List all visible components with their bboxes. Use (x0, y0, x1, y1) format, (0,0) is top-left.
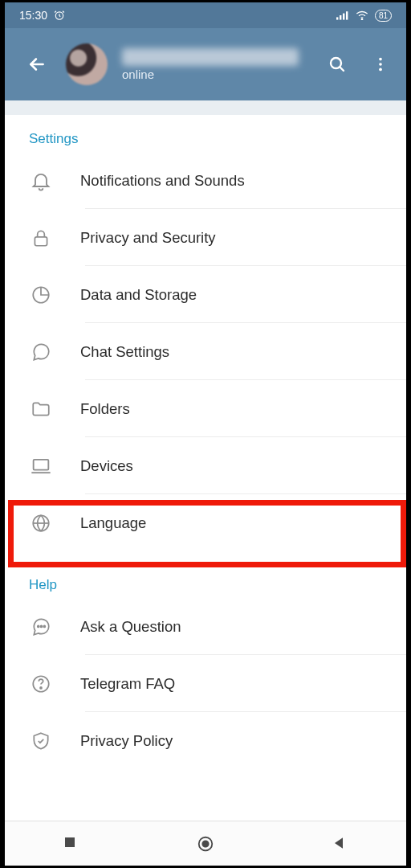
clock-text: 15:30 (19, 9, 47, 22)
settings-item-language[interactable]: Language (5, 494, 406, 551)
svg-point-15 (41, 625, 43, 627)
chat-bubble-icon (29, 340, 53, 364)
row-label: Data and Storage (80, 286, 197, 304)
laptop-icon (29, 454, 53, 478)
shield-check-icon (29, 729, 53, 753)
section-divider (5, 100, 406, 115)
row-label: Devices (80, 457, 133, 475)
svg-point-8 (379, 63, 382, 66)
row-label: Chat Settings (80, 343, 169, 361)
wifi-icon (356, 10, 368, 20)
folder-icon (29, 397, 53, 421)
svg-point-9 (379, 68, 382, 72)
profile-name-blurred (122, 48, 299, 66)
settings-item-privacy[interactable]: Privacy and Security (5, 209, 406, 266)
svg-rect-3 (343, 14, 344, 20)
svg-point-18 (40, 686, 42, 688)
chat-dots-icon (29, 615, 53, 639)
section-title-settings: Settings (5, 115, 406, 152)
row-label: Ask a Question (80, 618, 181, 636)
pie-chart-icon (29, 283, 53, 307)
system-nav-bar (5, 821, 406, 866)
row-label: Telegram FAQ (80, 675, 175, 693)
recent-apps-button[interactable] (63, 835, 80, 853)
lock-icon (29, 226, 53, 250)
row-label: Privacy Policy (80, 732, 173, 750)
profile-status: online (122, 68, 308, 81)
more-menu-button[interactable] (366, 50, 395, 79)
settings-item-chat[interactable]: Chat Settings (5, 323, 406, 380)
svg-rect-1 (336, 17, 338, 19)
bell-icon (29, 169, 53, 193)
home-button[interactable] (197, 835, 214, 853)
alarm-icon (54, 10, 65, 21)
svg-rect-2 (340, 15, 341, 20)
device-frame: 15:30 81 online (0, 0, 411, 868)
svg-point-16 (43, 625, 45, 627)
row-label: Language (80, 514, 146, 532)
svg-rect-12 (34, 459, 49, 469)
svg-point-14 (38, 625, 39, 627)
settings-item-devices[interactable]: Devices (5, 437, 406, 494)
avatar[interactable] (66, 43, 108, 85)
svg-point-7 (379, 58, 382, 61)
svg-rect-4 (346, 11, 348, 19)
settings-item-data-storage[interactable]: Data and Storage (5, 266, 406, 323)
help-item-privacy-policy[interactable]: Privacy Policy (5, 712, 406, 769)
row-label: Privacy and Security (80, 229, 216, 247)
battery-indicator: 81 (375, 10, 392, 22)
settings-scroll[interactable]: Settings Notifications and Sounds Privac… (5, 115, 406, 821)
back-nav-button[interactable] (331, 835, 348, 853)
status-bar: 15:30 81 (5, 2, 406, 28)
help-item-ask-question[interactable]: Ask a Question (5, 598, 406, 655)
settings-item-notifications[interactable]: Notifications and Sounds (5, 152, 406, 209)
question-circle-icon (29, 672, 53, 696)
svg-rect-19 (65, 837, 75, 847)
row-label: Folders (80, 400, 130, 418)
section-title-help: Help (5, 561, 406, 598)
svg-point-5 (361, 19, 362, 20)
row-label: Notifications and Sounds (80, 172, 245, 190)
globe-icon (29, 511, 53, 535)
settings-item-folders[interactable]: Folders (5, 380, 406, 437)
back-button[interactable] (22, 50, 51, 79)
svg-rect-10 (35, 236, 47, 245)
search-button[interactable] (323, 50, 352, 79)
signal-icon (336, 10, 349, 20)
profile-header: online (5, 28, 406, 100)
help-item-faq[interactable]: Telegram FAQ (5, 655, 406, 712)
svg-point-21 (202, 841, 208, 846)
